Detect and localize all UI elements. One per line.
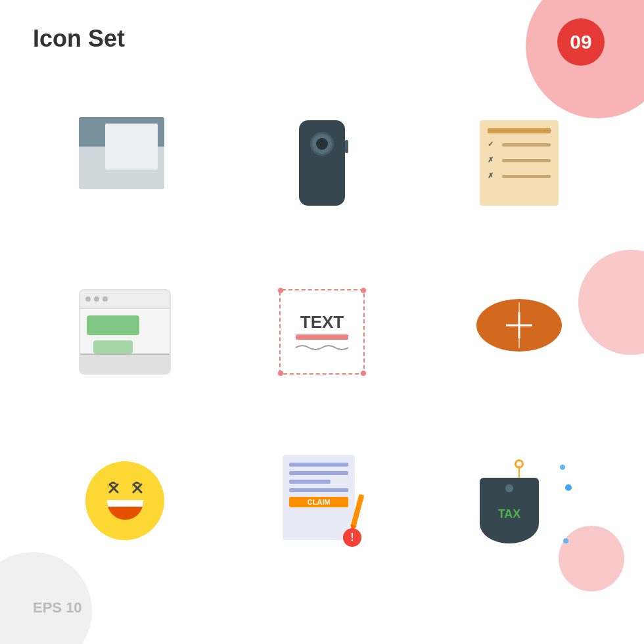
football-icon bbox=[476, 299, 562, 365]
phone-camera-icon bbox=[299, 120, 345, 206]
claim-document-icon: CLAIM ! bbox=[283, 455, 361, 547]
claim-label: CLAIM bbox=[289, 497, 348, 507]
pencil-icon bbox=[351, 494, 365, 526]
corner-dot-tl bbox=[278, 288, 283, 293]
page-title: Icon Set bbox=[33, 25, 125, 53]
icon-cell-5: TEXT bbox=[230, 254, 414, 410]
emoji-teeth bbox=[107, 500, 143, 507]
warning-icon: ! bbox=[343, 528, 361, 547]
icon-cell-7 bbox=[33, 423, 217, 578]
dot-decoration-1 bbox=[560, 465, 565, 470]
text-icon-label: TEXT bbox=[300, 313, 344, 331]
emoji-eye-left bbox=[108, 482, 118, 495]
emoji-mouth bbox=[107, 500, 143, 520]
dot-decoration-2 bbox=[565, 484, 572, 491]
text-editor-icon: TEXT bbox=[279, 289, 365, 375]
icon-grid: ··· ✓ ✗ ✗ bbox=[33, 85, 611, 578]
checklist-icon: ··· ✓ ✗ ✗ bbox=[480, 120, 559, 206]
icon-cell-6 bbox=[427, 254, 611, 410]
browser-chat-icon bbox=[79, 289, 171, 375]
icon-cell-8: CLAIM ! bbox=[230, 423, 414, 578]
icon-cell-3: ··· ✓ ✗ ✗ bbox=[427, 85, 611, 241]
icon-cell-4 bbox=[33, 254, 217, 410]
check-mark-3: ✗ bbox=[488, 172, 497, 181]
pencil-bar bbox=[296, 334, 348, 340]
laughing-emoji-icon bbox=[85, 461, 164, 540]
tag-body: TAX bbox=[480, 478, 539, 543]
tag-string bbox=[518, 466, 520, 479]
tax-tag-icon: TAX bbox=[480, 458, 559, 543]
check-mark-2: ✗ bbox=[488, 156, 497, 165]
icon-count-badge: 09 bbox=[557, 18, 605, 66]
icon-cell-1 bbox=[33, 85, 217, 241]
tax-label: TAX bbox=[498, 507, 521, 521]
window-ui-icon bbox=[79, 117, 171, 209]
emoji-eye-right bbox=[132, 482, 141, 495]
icon-cell-9: TAX bbox=[427, 423, 611, 578]
corner-dot-br bbox=[361, 371, 366, 376]
dot-decoration-3 bbox=[563, 538, 568, 543]
corner-dot-tr bbox=[361, 288, 366, 293]
squiggle bbox=[296, 342, 348, 350]
dots-decoration: ··· bbox=[543, 126, 552, 135]
icon-cell-2 bbox=[230, 85, 414, 241]
corner-dot-bl bbox=[278, 371, 283, 376]
eps-label: EPS 10 bbox=[33, 599, 82, 616]
check-mark-1: ✓ bbox=[488, 140, 497, 149]
